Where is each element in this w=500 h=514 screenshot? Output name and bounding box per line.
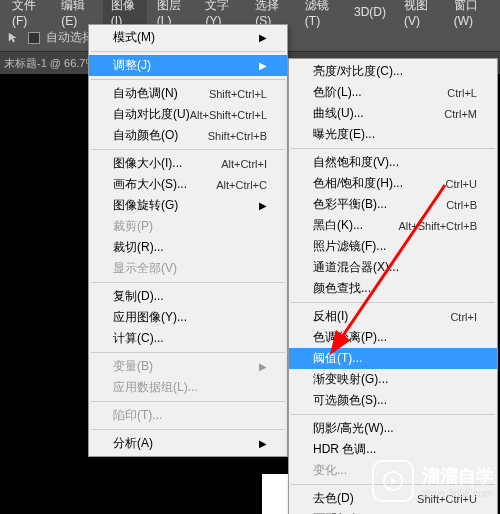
separator (91, 429, 285, 430)
menu-invert[interactable]: 反相(I)Ctrl+I (289, 306, 497, 327)
separator (291, 302, 495, 303)
menu-variables: 变量(B)▶ (89, 356, 287, 377)
menu-brightness-contrast[interactable]: 亮度/对比度(C)... (289, 61, 497, 82)
menu-gradient-map[interactable]: 渐变映射(G)... (289, 369, 497, 390)
menu-crop: 裁剪(P) (89, 216, 287, 237)
watermark: 溜溜自学 zixue.3d66.com (372, 460, 494, 502)
menu-apply-data-sets: 应用数据组(L)... (89, 377, 287, 398)
menu-levels[interactable]: 色阶(L)...Ctrl+L (289, 82, 497, 103)
separator (91, 51, 285, 52)
auto-select-checkbox[interactable] (28, 32, 40, 44)
menu-curves[interactable]: 曲线(U)...Ctrl+M (289, 103, 497, 124)
menubar: 文件(F) 编辑(E) 图像(I) 图层(L) 文字(Y) 选择(S) 滤镜(T… (0, 0, 500, 24)
move-tool-icon[interactable] (6, 30, 22, 46)
play-icon (372, 460, 414, 502)
menu-filter[interactable]: 滤镜(T) (297, 0, 344, 30)
separator (291, 148, 495, 149)
separator (291, 414, 495, 415)
menu-black-white[interactable]: 黑白(K)...Alt+Shift+Ctrl+B (289, 215, 497, 236)
menu-posterize[interactable]: 色调分离(P)... (289, 327, 497, 348)
menu-reveal-all: 显示全部(V) (89, 258, 287, 279)
separator (91, 352, 285, 353)
menu-exposure[interactable]: 曝光度(E)... (289, 124, 497, 145)
menu-color-balance[interactable]: 色彩平衡(B)...Ctrl+B (289, 194, 497, 215)
separator (91, 282, 285, 283)
menu-auto-tone[interactable]: 自动色调(N)Shift+Ctrl+L (89, 83, 287, 104)
adjustments-submenu: 亮度/对比度(C)... 色阶(L)...Ctrl+L 曲线(U)...Ctrl… (288, 58, 498, 514)
separator (91, 149, 285, 150)
menu-selective-color[interactable]: 可选颜色(S)... (289, 390, 497, 411)
menu-canvas-size[interactable]: 画布大小(S)...Alt+Ctrl+C (89, 174, 287, 195)
watermark-brand: 溜溜自学 (422, 464, 494, 488)
menu-auto-color[interactable]: 自动颜色(O)Shift+Ctrl+B (89, 125, 287, 146)
menu-trim[interactable]: 裁切(R)... (89, 237, 287, 258)
menu-adjustments[interactable]: 调整(J)▶ (89, 55, 287, 76)
menu-shadows-highlights[interactable]: 阴影/高光(W)... (289, 418, 497, 439)
watermark-site: zixue.3d66.com (422, 488, 494, 499)
menu-window[interactable]: 窗口(W) (446, 0, 496, 30)
menu-hdr-toning[interactable]: HDR 色调... (289, 439, 497, 460)
document-tab[interactable]: 末标题-1 @ 66.7% (4, 56, 95, 71)
menu-threshold[interactable]: 阈值(T)... (289, 348, 497, 369)
menu-hue-saturation[interactable]: 色相/饱和度(H)...Ctrl+U (289, 173, 497, 194)
menu-apply-image[interactable]: 应用图像(Y)... (89, 307, 287, 328)
image-menu-dropdown: 模式(M)▶ 调整(J)▶ 自动色调(N)Shift+Ctrl+L 自动对比度(… (88, 24, 288, 457)
menu-mode[interactable]: 模式(M)▶ (89, 27, 287, 48)
separator (91, 401, 285, 402)
menu-match-color[interactable]: 匹配颜色(M)... (289, 509, 497, 514)
menu-view[interactable]: 视图(V) (396, 0, 444, 30)
menu-calculations[interactable]: 计算(C)... (89, 328, 287, 349)
menu-image-size[interactable]: 图像大小(I)...Alt+Ctrl+I (89, 153, 287, 174)
menu-image-rotation[interactable]: 图像旋转(G)▶ (89, 195, 287, 216)
menu-duplicate[interactable]: 复制(D)... (89, 286, 287, 307)
menu-channel-mixer[interactable]: 通道混合器(X)... (289, 257, 497, 278)
menu-color-lookup[interactable]: 颜色查找... (289, 278, 497, 299)
menu-3d[interactable]: 3D(D) (346, 3, 394, 21)
menu-auto-contrast[interactable]: 自动对比度(U)Alt+Shift+Ctrl+L (89, 104, 287, 125)
menu-vibrance[interactable]: 自然饱和度(V)... (289, 152, 497, 173)
separator (91, 79, 285, 80)
menu-photo-filter[interactable]: 照片滤镜(F)... (289, 236, 497, 257)
menu-file[interactable]: 文件(F) (4, 0, 51, 30)
menu-analysis[interactable]: 分析(A)▶ (89, 433, 287, 454)
menu-trap: 陷印(T)... (89, 405, 287, 426)
